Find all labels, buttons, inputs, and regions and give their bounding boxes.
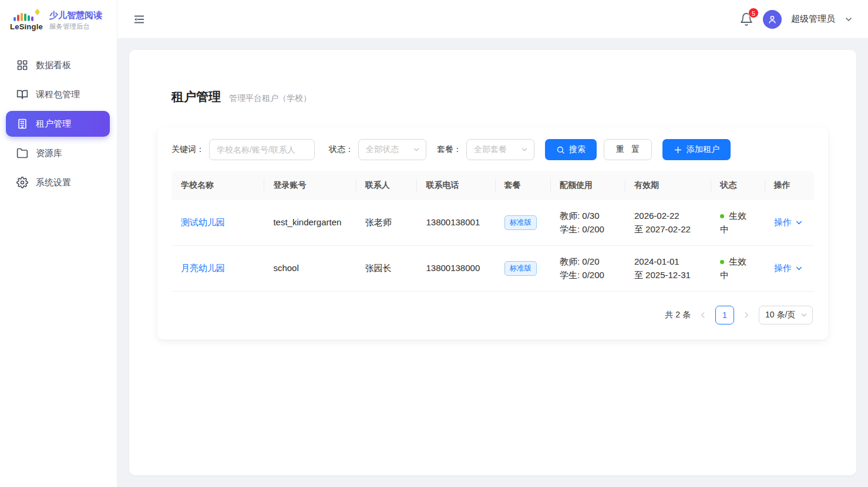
- sidebar: LeSingle 少儿智慧阅读 服务管理后台 数据看板 课程包管理 租户管理: [0, 0, 117, 487]
- chevron-down-icon: [800, 312, 808, 319]
- contact-phone: 13800138000: [416, 246, 494, 292]
- sidebar-item-label: 数据看板: [36, 60, 71, 71]
- sidebar-item-label: 资源库: [36, 148, 62, 159]
- school-name-link[interactable]: 测试幼儿园: [181, 217, 225, 227]
- main-content: 租户管理 管理平台租户（学校） 关键词： 状态： 全部状态 套餐： 全部套餐: [117, 38, 868, 487]
- sidebar-menu: 数据看板 课程包管理 租户管理 资源库 系统设置: [0, 52, 117, 195]
- add-tenant-button[interactable]: 添加租户: [662, 139, 731, 160]
- plan-badge: 标准版: [504, 261, 537, 276]
- sidebar-item-label: 课程包管理: [36, 89, 80, 100]
- row-actions-dropdown[interactable]: 操作: [774, 216, 803, 229]
- table-row: 月亮幼儿园 school 张园长 13800138000 标准版 教师: 0/2…: [171, 246, 814, 292]
- table-row: 测试幼儿园 test_kindergarten 张老师 13800138001 …: [171, 200, 814, 246]
- validity-period: 2026-02-22 至 2027-02-22: [625, 200, 711, 246]
- reset-button-label: 重 置: [616, 144, 642, 155]
- sidebar-item-tenant-management[interactable]: 租户管理: [6, 111, 110, 137]
- tenant-table: 学校名称 登录账号 联系人 联系电话 套餐 配额使用 有效期 状态 操作 测试幼…: [171, 171, 814, 292]
- topbar: 5 超级管理员: [117, 0, 868, 38]
- menu-fold-icon[interactable]: [133, 13, 146, 26]
- page-title: 租户管理: [171, 89, 221, 105]
- login-account: test_kindergarten: [264, 200, 355, 246]
- status-badge: 生效中: [720, 255, 755, 282]
- row-actions-dropdown[interactable]: 操作: [774, 262, 803, 275]
- status-select[interactable]: 全部状态: [358, 139, 426, 160]
- tenant-panel: 关键词： 状态： 全部状态 套餐： 全部套餐: [157, 127, 828, 340]
- plus-icon: [674, 146, 682, 154]
- folder-icon: [16, 147, 28, 159]
- notification-bell-icon[interactable]: 5: [739, 12, 753, 26]
- plan-select-value: 全部套餐: [474, 144, 507, 155]
- keyword-input[interactable]: [209, 139, 315, 160]
- pagination-total: 共 2 条: [665, 310, 691, 320]
- col-login-account: 登录账号: [264, 171, 355, 200]
- sidebar-item-course-packages[interactable]: 课程包管理: [6, 82, 110, 107]
- table-header-row: 学校名称 登录账号 联系人 联系电话 套餐 配额使用 有效期 状态 操作: [171, 171, 814, 200]
- plan-label: 套餐：: [437, 144, 462, 155]
- user-name[interactable]: 超级管理员: [791, 13, 835, 25]
- page-size-select[interactable]: 10 条/页: [759, 306, 813, 324]
- login-account: school: [264, 246, 355, 292]
- sidebar-item-label: 系统设置: [36, 177, 71, 188]
- contact-phone: 13800138001: [416, 200, 494, 246]
- status-dot-icon: [720, 260, 724, 264]
- filter-bar: 关键词： 状态： 全部状态 套餐： 全部套餐: [171, 139, 814, 160]
- status-dot-icon: [720, 214, 724, 218]
- next-page-icon[interactable]: [742, 311, 751, 319]
- sidebar-item-dashboard[interactable]: 数据看板: [6, 52, 110, 78]
- page-number-button[interactable]: 1: [715, 306, 734, 324]
- page-head: 租户管理 管理平台租户（学校）: [171, 89, 828, 105]
- chevron-down-icon[interactable]: [845, 15, 853, 23]
- chevron-down-icon: [521, 146, 528, 153]
- lesingle-logo-icon: LeSingle: [9, 11, 43, 31]
- brand-title: 少儿智慧阅读: [49, 10, 102, 21]
- plan-select[interactable]: 全部套餐: [466, 139, 534, 160]
- col-quota: 配额使用: [550, 171, 625, 200]
- plan-badge: 标准版: [504, 215, 537, 230]
- col-status: 状态: [711, 171, 764, 200]
- brand-subtitle: 服务管理后台: [49, 22, 102, 31]
- notification-badge: 5: [748, 8, 759, 18]
- search-button-label: 搜索: [569, 144, 586, 155]
- avatar[interactable]: [763, 10, 782, 29]
- sidebar-item-label: 租户管理: [36, 119, 71, 130]
- status-select-value: 全部状态: [366, 144, 399, 155]
- col-plan: 套餐: [495, 171, 550, 200]
- content-card: 租户管理 管理平台租户（学校） 关键词： 状态： 全部状态 套餐： 全部套餐: [129, 50, 856, 475]
- col-contact: 联系人: [356, 171, 417, 200]
- col-actions: 操作: [765, 171, 814, 200]
- add-tenant-button-label: 添加租户: [687, 144, 719, 155]
- quota-usage: 教师: 0/20 学生: 0/200: [550, 246, 625, 292]
- contact-name: 张园长: [356, 246, 417, 292]
- dashboard-icon: [16, 59, 28, 71]
- book-icon: [16, 89, 28, 100]
- contact-name: 张老师: [356, 200, 417, 246]
- pagination: 共 2 条 1 10 条/页: [171, 306, 814, 324]
- page-size-value: 10 条/页: [765, 310, 795, 320]
- sidebar-item-resource-library[interactable]: 资源库: [6, 140, 110, 166]
- chevron-down-icon: [413, 146, 420, 153]
- gear-icon: [16, 177, 28, 188]
- logo-bars-icon: [14, 11, 39, 21]
- status-badge: 生效中: [720, 209, 755, 236]
- col-school-name: 学校名称: [171, 171, 264, 200]
- col-phone: 联系电话: [416, 171, 494, 200]
- building-icon: [16, 118, 28, 130]
- col-validity: 有效期: [625, 171, 711, 200]
- chevron-down-icon: [795, 265, 803, 272]
- chevron-down-icon: [795, 219, 803, 226]
- brand-logo: LeSingle 少儿智慧阅读 服务管理后台: [0, 0, 117, 41]
- prev-page-icon[interactable]: [699, 311, 707, 319]
- status-label: 状态：: [329, 144, 354, 155]
- reset-button[interactable]: 重 置: [604, 139, 652, 160]
- validity-period: 2024-01-01 至 2025-12-31: [625, 246, 711, 292]
- page-subtitle: 管理平台租户（学校）: [229, 93, 311, 104]
- sidebar-item-system-settings[interactable]: 系统设置: [6, 170, 110, 195]
- search-button[interactable]: 搜索: [545, 139, 597, 160]
- logo-wordmark: LeSingle: [10, 22, 43, 31]
- school-name-link[interactable]: 月亮幼儿园: [181, 263, 225, 273]
- quota-usage: 教师: 0/30 学生: 0/200: [550, 200, 625, 246]
- search-icon: [556, 146, 565, 154]
- keyword-label: 关键词：: [171, 144, 204, 155]
